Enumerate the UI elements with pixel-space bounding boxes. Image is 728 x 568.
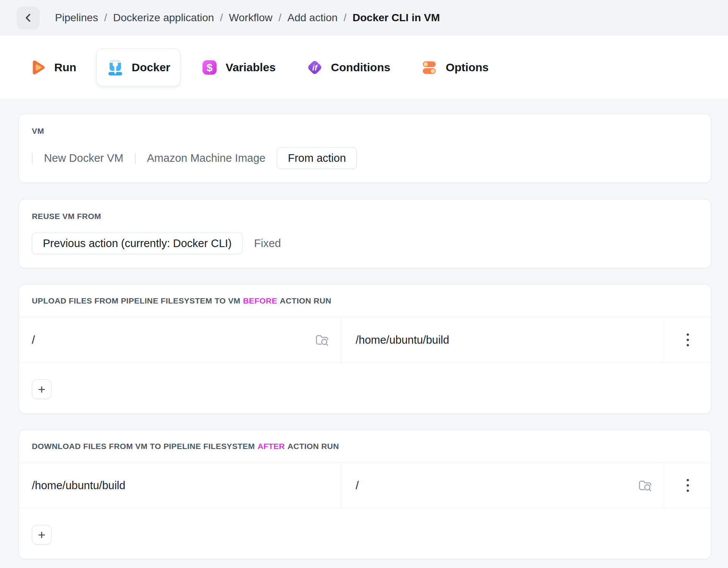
breadcrumb-current: Docker CLI in VM — [353, 12, 440, 24]
vm-type-selector: New Docker VM Amazon Machine Image From … — [32, 147, 698, 169]
tab-label: Options — [446, 61, 488, 74]
vm-card: VM New Docker VM Amazon Machine Image Fr… — [19, 114, 711, 183]
download-files-footer: + — [19, 508, 711, 559]
breadcrumb-item-pipelines[interactable]: Pipelines — [55, 12, 98, 24]
docker-icon — [107, 59, 124, 76]
tab-options[interactable]: Options — [410, 49, 499, 86]
upload-files-header: UPLOAD FILES FROM PIPELINE FILESYSTEM TO… — [19, 285, 711, 317]
vm-option-new-docker-vm[interactable]: New Docker VM — [44, 152, 124, 164]
download-destination-cell: / — [341, 463, 664, 508]
vm-option-from-action[interactable]: From action — [277, 147, 357, 169]
tab-label: Docker — [132, 61, 170, 74]
svg-text:if: if — [312, 63, 318, 72]
top-bar: Pipelines / Dockerize application / Work… — [0, 0, 728, 36]
upload-file-row: / /home/ubuntu/build — [19, 317, 711, 363]
upload-row-actions-cell — [664, 318, 711, 362]
section-title: REUSE VM FROM — [32, 211, 101, 221]
breadcrumb-item-project[interactable]: Dockerize application — [113, 12, 214, 24]
breadcrumb-separator: / — [220, 12, 223, 24]
tab-variables[interactable]: $ Variables — [190, 49, 286, 86]
upload-destination-cell: /home/ubuntu/build — [341, 318, 664, 362]
tab-run[interactable]: Run — [19, 49, 86, 86]
browse-filesystem-button[interactable] — [313, 331, 330, 349]
folder-search-icon — [637, 477, 653, 493]
breadcrumb-separator: / — [344, 12, 347, 24]
add-upload-row-button[interactable]: + — [32, 379, 52, 399]
variables-icon: $ — [201, 59, 218, 76]
tab-docker[interactable]: Docker — [96, 49, 180, 86]
header-highlight-before: BEFORE — [243, 296, 277, 306]
breadcrumb-item-add-action[interactable]: Add action — [287, 12, 337, 24]
breadcrumb-item-workflow[interactable]: Workflow — [229, 12, 273, 24]
download-source-path-field[interactable]: /home/ubuntu/build — [32, 479, 330, 492]
reuse-vm-dropdown[interactable]: Previous action (currently: Docker CLI) — [32, 233, 243, 254]
back-button[interactable] — [17, 6, 40, 30]
svg-text:$: $ — [207, 62, 213, 74]
folder-search-icon — [314, 332, 329, 348]
run-icon — [29, 59, 47, 76]
upload-files-footer: + — [19, 363, 711, 413]
download-destination-path-field[interactable]: / — [356, 479, 636, 492]
download-source-cell: /home/ubuntu/build — [19, 463, 341, 508]
download-file-row: /home/ubuntu/build / — [19, 463, 711, 508]
tab-label: Variables — [226, 61, 276, 74]
tab-label: Run — [54, 61, 76, 74]
action-settings-panel: VM New Docker VM Amazon Machine Image Fr… — [0, 100, 728, 559]
upload-destination-path-field[interactable]: /home/ubuntu/build — [356, 334, 653, 346]
upload-source-cell: / — [19, 318, 341, 362]
chevron-left-icon — [24, 13, 33, 23]
divider — [135, 153, 136, 164]
reuse-vm-label: REUSE VM FROM — [32, 211, 698, 221]
browse-filesystem-button[interactable] — [636, 477, 653, 494]
vm-option-amazon-machine-image[interactable]: Amazon Machine Image — [147, 152, 266, 164]
reuse-vm-card: REUSE VM FROM Previous action (currently… — [19, 199, 711, 268]
download-row-actions-cell — [664, 463, 711, 508]
divider — [32, 153, 33, 164]
upload-files-card: UPLOAD FILES FROM PIPELINE FILESYSTEM TO… — [19, 284, 711, 414]
section-title: VM — [32, 126, 44, 136]
upload-source-path-field[interactable]: / — [32, 334, 313, 346]
row-menu-button[interactable] — [683, 475, 693, 496]
vm-section-label: VM — [32, 126, 698, 136]
tab-conditions[interactable]: if Conditions — [296, 49, 401, 86]
header-highlight-after: AFTER — [257, 441, 285, 451]
header-text: ACTION RUN — [280, 296, 331, 306]
action-tabs: Run Docker $ Variables — [0, 36, 728, 100]
download-files-header: DOWNLOAD FILES FROM VM TO PIPELINE FILES… — [19, 430, 711, 463]
header-text: UPLOAD FILES FROM PIPELINE FILESYSTEM TO… — [32, 296, 240, 306]
reuse-vm-row: Previous action (currently: Docker CLI) … — [32, 233, 698, 254]
tab-label: Conditions — [331, 61, 391, 74]
breadcrumb-separator: / — [104, 12, 107, 24]
download-files-card: DOWNLOAD FILES FROM VM TO PIPELINE FILES… — [19, 430, 711, 559]
options-icon — [420, 59, 438, 76]
header-text: ACTION RUN — [287, 441, 339, 451]
breadcrumb: Pipelines / Dockerize application / Work… — [55, 12, 440, 24]
row-menu-button[interactable] — [683, 330, 693, 350]
add-download-row-button[interactable]: + — [32, 525, 52, 545]
header-text: DOWNLOAD FILES FROM VM TO PIPELINE FILES… — [32, 441, 255, 451]
reuse-vm-mode-label: Fixed — [254, 237, 281, 250]
conditions-icon: if — [306, 59, 323, 76]
breadcrumb-separator: / — [278, 12, 281, 24]
